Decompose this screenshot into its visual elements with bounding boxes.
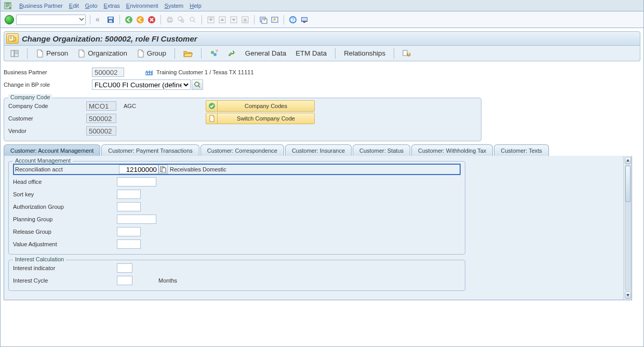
reconciliation-row-highlight: Reconciliation acct Receivables Domestic: [13, 164, 461, 175]
bp-description: Training Customer 1 / Texas TX 11111: [156, 69, 254, 75]
head-office-label: Head office: [13, 179, 117, 185]
help-icon[interactable]: ?: [288, 15, 298, 24]
open-folder-icon[interactable]: [180, 48, 196, 59]
next-page-icon[interactable]: [229, 15, 238, 24]
tab-texts[interactable]: Customer: Texts: [494, 144, 548, 156]
dropdown-icon[interactable]: [78, 16, 85, 23]
document-small-icon: [206, 113, 218, 124]
scroll-up-icon[interactable]: [625, 157, 631, 164]
scroll-down-icon[interactable]: [625, 291, 631, 299]
save-icon[interactable]: [106, 15, 115, 24]
print-icon[interactable]: [165, 15, 175, 24]
svg-text:«: «: [96, 16, 100, 23]
new-session-icon[interactable]: [259, 15, 268, 24]
value-adjustment-label: Value Adjustment: [13, 241, 117, 247]
cc-field: [86, 101, 116, 111]
reconciliation-field[interactable]: [119, 165, 158, 174]
title-bar: Change Organization: 500002, role FI Cus…: [4, 31, 640, 46]
nav-cancel-icon[interactable]: [147, 15, 156, 24]
system-toolbar: « ?: [1, 11, 643, 28]
relationships-button[interactable]: Relationships: [341, 48, 388, 59]
person-button[interactable]: Person: [33, 48, 71, 59]
etm-data-button[interactable]: ETM Data: [292, 48, 330, 59]
enter-icon[interactable]: [5, 15, 14, 24]
svg-rect-44: [150, 73, 151, 74]
organization-button[interactable]: Organization: [74, 48, 130, 59]
interest-cycle-label: Interest Cycle: [13, 277, 117, 284]
cc-label: Company Code: [8, 103, 86, 109]
menu-edit[interactable]: Edit: [69, 3, 79, 9]
find-icon[interactable]: [177, 15, 186, 24]
command-field[interactable]: [16, 15, 86, 25]
check-icon[interactable]: ?: [207, 48, 221, 59]
find-next-icon[interactable]: [188, 15, 197, 24]
menu-environment[interactable]: Environment: [126, 3, 158, 9]
svg-rect-43: [148, 73, 149, 74]
first-page-icon[interactable]: [206, 15, 216, 24]
company-codes-button[interactable]: Company Codes: [206, 100, 315, 112]
last-page-icon[interactable]: [240, 15, 250, 24]
svg-rect-42: [146, 73, 147, 74]
bp-role-select[interactable]: FLCU00 FI Customer (define…: [92, 79, 191, 90]
locator-button[interactable]: [7, 48, 22, 59]
nav-back-icon[interactable]: [124, 15, 133, 24]
vendor-label: Vendor: [8, 128, 86, 134]
value-adjustment-field[interactable]: [117, 239, 141, 249]
sort-key-field[interactable]: [117, 190, 141, 199]
svg-rect-4: [109, 20, 112, 22]
svg-line-46: [198, 86, 200, 87]
menu-extras[interactable]: Extras: [104, 3, 120, 9]
prev-page-icon[interactable]: [218, 15, 227, 24]
switch-company-code-button[interactable]: Switch Company Code: [206, 113, 315, 124]
value-help-icon[interactable]: [158, 165, 168, 174]
tabstrip: Customer: Account Management Customer: P…: [4, 144, 640, 156]
scroll-thumb[interactable]: [625, 166, 630, 202]
svg-rect-31: [11, 50, 14, 57]
planning-group-label: Planning Group: [13, 216, 117, 222]
tab-withholding-tax[interactable]: Customer: Withholding Tax: [411, 144, 493, 156]
page-title: Change Organization: 500002, role FI Cus…: [22, 34, 197, 43]
planning-group-field[interactable]: [117, 215, 156, 224]
svg-line-15: [194, 21, 196, 23]
interest-cycle-field[interactable]: [117, 276, 132, 285]
bp-role-search-icon[interactable]: [192, 79, 203, 90]
svg-rect-3: [109, 17, 113, 19]
layout-icon[interactable]: [300, 15, 309, 24]
auth-group-field[interactable]: [117, 202, 141, 211]
tab-status[interactable]: Customer: Status: [353, 144, 410, 156]
scroll-track[interactable]: [625, 165, 631, 290]
tab-payment-transactions[interactable]: Customer: Payment Transactions: [101, 144, 199, 156]
back-icon[interactable]: «: [95, 15, 104, 24]
release-group-field[interactable]: [117, 227, 141, 236]
menu-help[interactable]: Help: [190, 3, 202, 9]
cc-text: AGC: [124, 103, 136, 109]
svg-rect-29: [303, 22, 305, 23]
vertical-scrollbar[interactable]: [623, 156, 632, 300]
menu-goto[interactable]: Goto: [85, 3, 98, 9]
interest-indicator-field[interactable]: [117, 263, 132, 273]
app-menu-icon[interactable]: [4, 2, 12, 10]
account-management-title: Account Management: [13, 157, 73, 164]
interest-indicator-label: Interest indicator: [13, 265, 117, 271]
general-data-button[interactable]: General Data: [242, 48, 289, 59]
shortcut-icon[interactable]: [270, 15, 279, 24]
company-code-group: Company Code Company Code AGC Customer V…: [4, 98, 481, 141]
wrench-icon[interactable]: [224, 48, 239, 59]
factory-icon: [145, 69, 153, 76]
svg-point-11: [178, 17, 182, 21]
menu-business-partner[interactable]: Business Partner: [19, 3, 63, 9]
svg-point-45: [195, 82, 199, 86]
tab-insurance[interactable]: Customer: Insurance: [285, 144, 352, 156]
group-button[interactable]: Group: [133, 48, 169, 59]
check-green-icon: [206, 100, 218, 112]
tab-account-management[interactable]: Customer: Account Management: [4, 144, 100, 156]
head-office-field[interactable]: [117, 177, 156, 186]
sort-key-label: Sort key: [13, 191, 117, 197]
svg-point-14: [190, 17, 194, 21]
object-icon[interactable]: [6, 33, 19, 44]
nav-exit-icon[interactable]: [136, 15, 145, 24]
menu-system[interactable]: System: [165, 3, 184, 9]
bp-overview-icon[interactable]: [399, 48, 414, 59]
svg-point-40: [408, 52, 409, 54]
tab-correspondence[interactable]: Customer: Correspondence: [200, 144, 284, 156]
